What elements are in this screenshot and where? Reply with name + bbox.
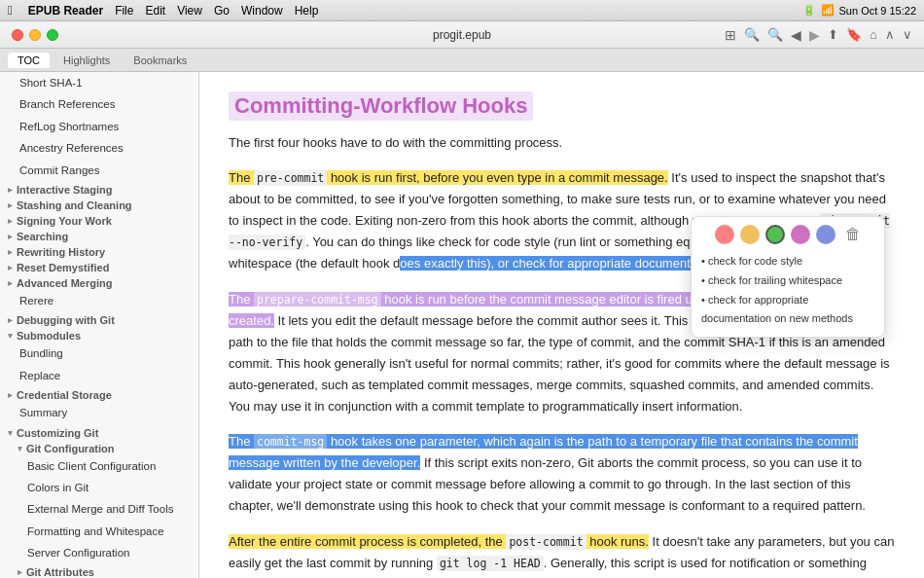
traffic-lights — [12, 29, 58, 41]
annotation-color-picker: 🗑 — [701, 225, 874, 244]
annotation-option-3: check for appropriate documentation on n… — [701, 291, 874, 330]
sidebar-item-branch-refs[interactable]: Branch References — [0, 93, 198, 115]
color-yellow[interactable] — [740, 225, 760, 244]
menubar-right: 🔋 📶 Sun Oct 9 15:22 — [802, 4, 917, 17]
sidebar-git-config[interactable]: ▾Git Configuration — [0, 440, 198, 455]
sidebar-item-reflog[interactable]: RefLog Shortnames — [0, 116, 198, 137]
menu-edit[interactable]: Edit — [145, 4, 165, 18]
minimize-button[interactable] — [29, 29, 41, 41]
sidebar-searching[interactable]: ▸Searching — [0, 228, 198, 243]
sidebar-item-short-sha[interactable]: Short SHA-1 — [0, 72, 198, 93]
close-button[interactable] — [12, 29, 23, 41]
toolbar-icons: ⊞ 🔍 🔍 ◀ ▶ ⬆ 🔖 ⌂ ∧ ∨ — [725, 27, 912, 43]
menu-go[interactable]: Go — [214, 4, 230, 18]
highlight-commit-msg: The commit-msg hook takes one parameter,… — [229, 434, 858, 470]
system-icons: 🔋 📶 Sun Oct 9 15:22 — [802, 4, 917, 17]
maximize-button[interactable] — [47, 29, 58, 41]
sidebar-colors[interactable]: Colors in Git — [0, 477, 198, 498]
sidebar-server-config[interactable]: Server Configuration — [0, 542, 198, 563]
color-purple[interactable] — [791, 225, 810, 244]
sidebar-formatting[interactable]: Formatting and Whitespace — [0, 521, 198, 542]
paragraph-post-commit: After the entire commit process is compl… — [229, 531, 895, 579]
color-green[interactable] — [765, 225, 785, 244]
menu-window[interactable]: Window — [241, 4, 283, 18]
bookmark-icon[interactable]: 🔖 — [846, 27, 862, 42]
main-layout: Short SHA-1 Branch References RefLog Sho… — [0, 72, 924, 578]
sidebar-interactive-staging[interactable]: ▸Interactive Staging — [0, 181, 198, 197]
sidebar: Short SHA-1 Branch References RefLog Sho… — [0, 72, 199, 578]
annotation-option-2: check for trailing whitespace — [701, 271, 874, 291]
sidebar-reset[interactable]: ▸Reset Demystified — [0, 259, 198, 274]
sidebar-customizing[interactable]: ▾Customizing Git — [0, 424, 198, 440]
forward-icon[interactable]: ▶ — [809, 27, 820, 43]
next-page-icon[interactable]: ∨ — [903, 27, 912, 42]
sidebar-signing[interactable]: ▸Signing Your Work — [0, 212, 198, 228]
sidebar-rewriting[interactable]: ▸Rewriting History — [0, 243, 198, 259]
sidebar-summary1[interactable]: Summary — [0, 402, 198, 423]
tab-highlights[interactable]: Highlights — [53, 53, 120, 68]
prev-page-icon[interactable]: ∧ — [885, 27, 895, 42]
paragraph-intro: The first four hooks have to do with the… — [229, 132, 895, 154]
sidebar-basic-client[interactable]: Basic Client Configuration — [0, 455, 198, 477]
menu-app-name[interactable]: EPUB Reader — [28, 4, 103, 18]
window-title: progit.epub — [433, 28, 491, 42]
sidebar-item-commit-ranges[interactable]: Commit Ranges — [0, 160, 198, 181]
menu-file[interactable]: File — [115, 4, 133, 18]
sidebar-ext-merge[interactable]: External Merge and Diff Tools — [0, 498, 198, 520]
menubar-left:  EPUB Reader File Edit View Go Window H… — [8, 3, 318, 18]
content-area: Committing-Workflow Hooks The first four… — [199, 72, 924, 578]
sidebar-git-attributes[interactable]: ▸Git Attributes — [0, 563, 198, 578]
sidebar-rerere[interactable]: Rerere — [0, 290, 198, 311]
battery-icon: 🔋 — [802, 4, 816, 17]
annotation-trash-icon[interactable]: 🗑 — [845, 226, 861, 243]
tab-bookmarks[interactable]: Bookmarks — [124, 53, 196, 68]
clock: Sun Oct 9 15:22 — [839, 5, 917, 17]
annotation-popup: 🗑 check for code style check for trailin… — [691, 216, 885, 338]
sidebar-bundling[interactable]: Bundling — [0, 343, 198, 364]
sidebar-replace[interactable]: Replace — [0, 365, 198, 386]
sidebar-item-ancestry[interactable]: Ancestry References — [0, 137, 198, 159]
sidebar-submodules[interactable]: ▾Submodules — [0, 327, 198, 343]
sidebar-advanced-merging[interactable]: ▸Advanced Merging — [0, 274, 198, 290]
highlight-post-commit: After the entire commit process is compl… — [229, 534, 649, 549]
paragraph-commit-msg: The commit-msg hook takes one parameter,… — [229, 431, 895, 517]
sidebar-toggle-icon[interactable]: ⊞ — [725, 27, 736, 43]
color-blue[interactable] — [816, 225, 835, 244]
tabbar: TOC Highlights Bookmarks — [0, 49, 924, 72]
color-red[interactable] — [715, 225, 734, 244]
search-icon[interactable]: 🔍 — [744, 27, 760, 42]
apple-icon:  — [8, 3, 13, 18]
titlebar: progit.epub ⊞ 🔍 🔍 ◀ ▶ ⬆ 🔖 ⌂ ∧ ∨ — [0, 21, 924, 49]
menubar:  EPUB Reader File Edit View Go Window H… — [0, 0, 924, 21]
sidebar-credential[interactable]: ▸Credential Storage — [0, 386, 198, 402]
tab-toc[interactable]: TOC — [8, 53, 50, 68]
search2-icon[interactable]: 🔍 — [767, 27, 783, 42]
home-icon[interactable]: ⌂ — [870, 27, 877, 42]
menu-view[interactable]: View — [177, 4, 202, 18]
annotation-options: check for code style check for trailing … — [701, 252, 874, 329]
wifi-icon: 📶 — [821, 4, 835, 17]
share-icon[interactable]: ⬆ — [828, 27, 838, 42]
highlight-pre-commit: The pre-commit hook is run first, before… — [229, 170, 668, 185]
sidebar-stashing-cleaning[interactable]: ▸Stashing and Cleaning — [0, 197, 198, 212]
menu-help[interactable]: Help — [295, 4, 319, 18]
sidebar-debugging[interactable]: ▸Debugging with Git — [0, 311, 198, 327]
chapter-title: Committing-Workflow Hooks — [229, 91, 533, 121]
back-icon[interactable]: ◀ — [791, 27, 801, 43]
annotation-option-1: check for code style — [701, 252, 874, 271]
